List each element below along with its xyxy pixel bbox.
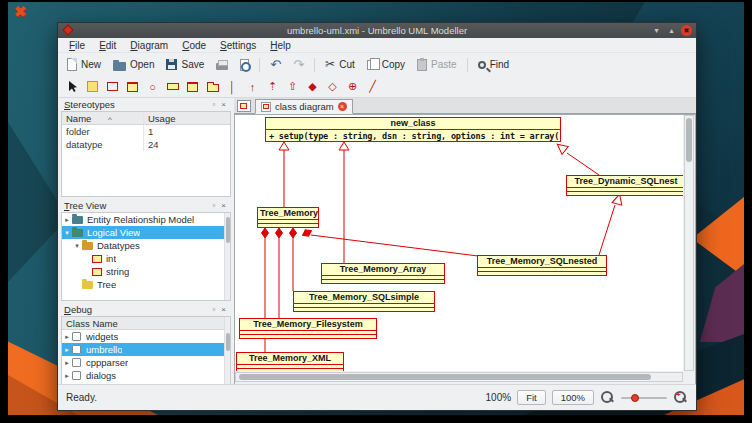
expander-icon[interactable]: ▸ xyxy=(62,346,72,354)
find-button[interactable]: Find xyxy=(473,57,514,72)
debug-item-umbrello[interactable]: ▸ umbrello xyxy=(62,343,230,356)
cut-button[interactable]: ✂ Cut xyxy=(320,56,360,73)
print-button[interactable] xyxy=(211,57,233,72)
generalization-tree-memory-to-new-class[interactable] xyxy=(279,142,289,207)
enum-tool[interactable] xyxy=(184,79,201,95)
dock-close-icon[interactable]: × xyxy=(219,100,228,109)
undo-button[interactable]: ↶ xyxy=(265,56,286,73)
debug-item-dialogs[interactable]: ▸ dialogs xyxy=(62,369,230,382)
copy-button[interactable]: Copy xyxy=(362,57,410,72)
titlebar[interactable]: umbrello-uml.xmi - Umbrello UML Modeller… xyxy=(58,23,696,38)
checkbox[interactable] xyxy=(72,371,81,380)
print-preview-button[interactable] xyxy=(235,57,254,73)
tree-item-entity-relationship-model[interactable]: ▸ Entity Relationship Model xyxy=(62,213,230,226)
generalization-tree-memory-sqlnested-to-tree-dynamic-sqlnest[interactable] xyxy=(599,193,624,255)
debug-item-widgets[interactable]: ▸ widgets xyxy=(62,330,230,343)
expander-icon[interactable]: ▸ xyxy=(62,359,72,367)
aggregation-tool[interactable]: ◇ xyxy=(324,79,341,95)
scrollbar-thumb[interactable] xyxy=(226,333,230,351)
package-tool[interactable] xyxy=(204,79,221,95)
diagram-canvas[interactable]: new_class + setup(type : string, dsn : s… xyxy=(235,115,683,371)
checkbox[interactable] xyxy=(72,345,81,354)
maximize-button[interactable]: ▴ xyxy=(666,26,677,35)
tree-view-dock-header[interactable]: Tree View ▫ × xyxy=(61,199,231,212)
save-button[interactable]: Save xyxy=(161,57,209,72)
table-row[interactable]: folder 1 xyxy=(62,125,230,138)
dock-float-icon[interactable]: ▫ xyxy=(210,100,217,109)
containment-tool[interactable]: ⊕ xyxy=(344,79,361,95)
table-row[interactable]: datatype 24 xyxy=(62,138,230,151)
minimize-button[interactable]: ▾ xyxy=(651,26,662,35)
uml-class-tree-memory-filesystem[interactable]: Tree_Memory_Filesystem xyxy=(239,318,377,339)
expander-icon[interactable]: ▸ xyxy=(62,372,72,380)
select-tool[interactable] xyxy=(64,79,81,95)
uml-class-tree-memory-xml[interactable]: Tree_Memory_XML xyxy=(236,352,344,371)
expander-icon[interactable]: ▸ xyxy=(62,216,72,224)
dock-float-icon[interactable]: ▫ xyxy=(210,201,217,210)
open-button[interactable]: Open xyxy=(108,57,159,73)
menu-diagram[interactable]: Diagram xyxy=(123,40,175,51)
class-name-header[interactable]: Class Name xyxy=(62,317,230,330)
dock-close-icon[interactable]: × xyxy=(219,201,228,210)
slider-handle[interactable] xyxy=(631,394,639,402)
composition-tree-memory-sqlnested[interactable] xyxy=(301,228,478,256)
tab-close-icon[interactable]: × xyxy=(338,102,347,111)
checkbox[interactable] xyxy=(72,358,81,367)
stereotypes-dock-header[interactable]: Stereotypes ▫ × xyxy=(61,98,231,111)
expander-icon[interactable]: ▾ xyxy=(62,229,72,237)
new-button[interactable]: New xyxy=(62,56,106,73)
zoom-slider[interactable] xyxy=(621,392,667,404)
column-name[interactable]: Name ^ xyxy=(62,112,144,124)
menu-help[interactable]: Help xyxy=(263,40,298,51)
generalization-tool[interactable]: ⇧ xyxy=(284,79,301,95)
checkbox[interactable] xyxy=(72,332,81,341)
menu-settings[interactable]: Settings xyxy=(213,40,263,51)
scrollbar-thumb[interactable] xyxy=(239,374,651,380)
note-tool[interactable] xyxy=(84,79,101,95)
paste-button[interactable]: Paste xyxy=(412,57,462,73)
dock-float-icon[interactable]: ▫ xyxy=(210,305,217,314)
line-tool[interactable]: ╱ xyxy=(364,79,381,95)
composition-tree-memory-filesystem[interactable] xyxy=(276,228,283,318)
vertical-scrollbar[interactable] xyxy=(684,115,694,371)
uml-class-tree-memory-sqlsimple[interactable]: Tree_Memory_SQLsimple xyxy=(293,291,435,312)
close-button[interactable]: ✖ xyxy=(681,25,692,36)
tab-list-button[interactable] xyxy=(237,100,251,112)
composition-tool[interactable]: ◆ xyxy=(304,79,321,95)
menu-file[interactable]: File xyxy=(62,40,92,51)
uml-class-tree-memory-array[interactable]: Tree_Memory_Array xyxy=(321,263,445,284)
directional-association-tool[interactable]: ↑ xyxy=(244,79,261,95)
composition-tree-memory-sqlsimple[interactable] xyxy=(290,228,297,291)
generalization-tree-memory-array-to-new-class[interactable] xyxy=(339,142,349,263)
horizontal-scrollbar[interactable] xyxy=(235,372,683,382)
tree-item-datatypes[interactable]: ▾ Datatypes xyxy=(62,239,230,252)
menu-edit[interactable]: Edit xyxy=(92,40,123,51)
tree-scrollbar[interactable] xyxy=(224,213,230,300)
scrollbar-thumb[interactable] xyxy=(686,118,692,162)
association-tool[interactable]: │ xyxy=(224,79,241,95)
expander-icon[interactable]: ▸ xyxy=(62,333,72,341)
tree-item-string[interactable]: string xyxy=(62,265,230,278)
fit-button[interactable]: Fit xyxy=(517,390,546,405)
uml-class-tree-dynamic-sqlnest[interactable]: Tree_Dynamic_SQLnest xyxy=(566,175,683,196)
column-usage[interactable]: Usage xyxy=(144,112,230,124)
tree-item-tree[interactable]: Tree xyxy=(62,278,230,291)
box-tool[interactable] xyxy=(104,79,121,95)
debug-scrollbar[interactable] xyxy=(224,317,230,385)
zoom-in-button[interactable]: + xyxy=(673,390,688,405)
datatype-tool[interactable] xyxy=(164,79,181,95)
zoom-level-button[interactable]: 100% xyxy=(552,390,594,405)
tab-class-diagram[interactable]: class diagram × xyxy=(255,99,353,114)
scrollbar-thumb[interactable] xyxy=(226,217,230,243)
tree-item-logical-view[interactable]: ▾ Logical View xyxy=(62,226,230,239)
class-tool[interactable] xyxy=(124,79,141,95)
interface-tool[interactable]: ○ xyxy=(144,79,161,95)
uml-class-tree-memory-sqlnested[interactable]: Tree_Memory_SQLnested xyxy=(477,255,607,276)
dock-close-icon[interactable]: × xyxy=(219,305,228,314)
zoom-out-button[interactable] xyxy=(600,390,615,405)
table-header-row[interactable]: Name ^ Usage xyxy=(62,112,230,125)
debug-dock-header[interactable]: Debug ▫ × xyxy=(61,303,231,316)
generalization-tree-dynamic-sqlnest-to-new-class[interactable] xyxy=(554,140,599,175)
menu-code[interactable]: Code xyxy=(175,40,213,51)
redo-button[interactable]: ↷ xyxy=(288,56,309,73)
